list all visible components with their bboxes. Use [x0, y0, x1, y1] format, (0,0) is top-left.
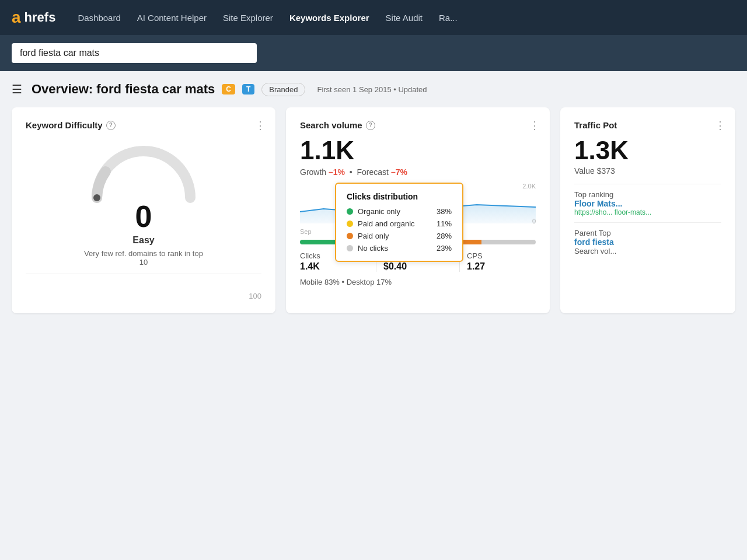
kd-gauge: 0 Easy Very few ref. domains to rank in …	[26, 139, 261, 267]
sv-growth: Growth –1% • Forecast –7%	[300, 167, 536, 177]
page-title: Overview: ford fiesta car mats	[32, 82, 215, 97]
growth-value: –1%	[329, 167, 345, 177]
tp-top-ranking-label: Top ranking	[574, 190, 721, 199]
tp-menu-dots[interactable]: ⋮	[715, 119, 726, 132]
badge-t: T	[242, 84, 254, 94]
kd-score-row: 100	[26, 292, 261, 300]
nav-site-audit[interactable]: Site Audit	[386, 13, 423, 23]
tp-divider-2	[574, 222, 721, 223]
forecast-value: –7%	[391, 167, 407, 177]
page-content: ☰ Overview: ford fiesta car mats C T Bra…	[0, 71, 747, 325]
kd-title-text: Keyword Difficulty	[26, 120, 103, 130]
tooltip-paidorganic-pct: 11%	[437, 219, 452, 228]
tp-parent-label: Parent Top	[574, 229, 721, 237]
chart-x-label: Sep	[300, 228, 312, 235]
nav-keywords-explorer[interactable]: Keywords Explorer	[289, 13, 369, 23]
tp-title-text: Traffic Pot	[574, 120, 617, 130]
tooltip-paid-label: Paid only	[347, 232, 437, 240]
clicks-value: 1.4K	[300, 261, 369, 272]
nav-dashboard[interactable]: Dashboard	[78, 13, 120, 23]
search-volume-card: Search volume ? ⋮ 1.1K Growth –1% • Fore…	[286, 107, 550, 313]
sv-title-text: Search volume	[300, 120, 362, 130]
hamburger-icon[interactable]: ☰	[12, 82, 22, 96]
tp-parent-link[interactable]: ford fiesta	[574, 237, 721, 247]
overview-keyword: ford fiesta car mats	[96, 82, 215, 96]
keyword-difficulty-card: Keyword Difficulty ? ⋮ 0 Easy Very few r…	[12, 107, 275, 313]
badge-c: C	[222, 84, 235, 94]
kd-desc: Very few ref. domains to rank in top 10	[79, 249, 208, 267]
cps-label: CPS	[467, 251, 536, 260]
tp-search-vol: Search vol...	[574, 247, 721, 256]
chart-y-top: 2.0K	[522, 183, 536, 190]
tooltip-paidorganic-label: Paid and organic	[347, 219, 437, 228]
nav-rank[interactable]: Ra...	[439, 13, 458, 23]
logo[interactable]: a hrefs	[12, 8, 55, 27]
cards-row: Keyword Difficulty ? ⋮ 0 Easy Very few r…	[12, 107, 735, 313]
kd-card-title: Keyword Difficulty ?	[26, 120, 261, 130]
chart-area: 2.0K 0 Sep Clicks distribu	[300, 183, 536, 235]
tooltip-organic-pct: 38%	[437, 207, 452, 216]
tooltip-row-paid: Paid only 28%	[347, 232, 452, 240]
tooltip-row-paid-organic: Paid and organic 11%	[347, 219, 452, 228]
tp-card-title: Traffic Pot	[574, 120, 721, 130]
search-input[interactable]	[12, 43, 257, 63]
kd-divider	[26, 274, 261, 274]
sv-menu-dots[interactable]: ⋮	[529, 119, 540, 132]
tp-value: 1.3K	[574, 136, 721, 165]
mobile-desktop: Mobile 83% • Desktop 17%	[300, 278, 536, 286]
gauge-svg	[85, 139, 202, 204]
tooltip-noclick-label: No clicks	[347, 244, 437, 253]
tooltip-noclick-pct: 23%	[437, 244, 452, 253]
dot-orange	[347, 233, 353, 239]
dot-yellow	[347, 220, 353, 227]
logo-a: a	[12, 8, 21, 27]
search-bar	[0, 35, 747, 71]
tooltip-row-organic: Organic only 38%	[347, 207, 452, 216]
nav-site-explorer[interactable]: Site Explorer	[223, 13, 273, 23]
kd-help-icon[interactable]: ?	[106, 121, 116, 130]
kd-menu-dots[interactable]: ⋮	[255, 119, 266, 132]
tp-divider-1	[574, 184, 721, 184]
svg-point-0	[93, 194, 100, 201]
top-navigation: a hrefs Dashboard AI Content Helper Site…	[0, 0, 747, 35]
cpc-value: $0.40	[383, 261, 452, 272]
nav-ai-content[interactable]: AI Content Helper	[137, 13, 207, 23]
overview-meta: First seen 1 Sep 2015 • Updated	[317, 85, 427, 94]
dot-gray	[347, 245, 353, 251]
kd-score: 100	[249, 292, 261, 300]
badge-branded: Branded	[261, 83, 305, 96]
chart-y-bottom: 0	[532, 218, 536, 225]
traffic-potential-card: Traffic Pot ⋮ 1.3K Value $373 Top rankin…	[560, 107, 735, 313]
clicks-distribution-tooltip: Clicks distribution Organic only 38% Pai…	[335, 183, 463, 262]
logo-hrefs: hrefs	[25, 10, 56, 25]
dot-green	[347, 208, 353, 215]
kd-label: Easy	[132, 235, 154, 246]
overview-header: ☰ Overview: ford fiesta car mats C T Bra…	[12, 71, 735, 105]
tooltip-paid-pct: 28%	[437, 232, 452, 240]
tooltip-row-noclick: No clicks 23%	[347, 244, 452, 253]
tooltip-title: Clicks distribution	[347, 192, 452, 201]
forecast-label: Forecast	[357, 167, 389, 177]
sv-help-icon[interactable]: ?	[366, 121, 375, 130]
overview-prefix: Overview:	[32, 82, 93, 96]
cps-value: 1.27	[467, 261, 536, 272]
tp-value-label: Value $373	[574, 166, 721, 176]
tp-top-ranking-link[interactable]: Floor Mats...	[574, 199, 721, 208]
tp-top-url[interactable]: https://sho... floor-mats...	[574, 208, 721, 216]
sv-card-title: Search volume ?	[300, 120, 536, 130]
cps-stat: CPS 1.27	[467, 251, 536, 272]
sv-value: 1.1K	[300, 136, 536, 165]
bar-no-clicks	[481, 240, 536, 244]
kd-number: 0	[135, 199, 152, 234]
tooltip-organic-label: Organic only	[347, 207, 437, 216]
growth-label: Growth	[300, 167, 326, 177]
